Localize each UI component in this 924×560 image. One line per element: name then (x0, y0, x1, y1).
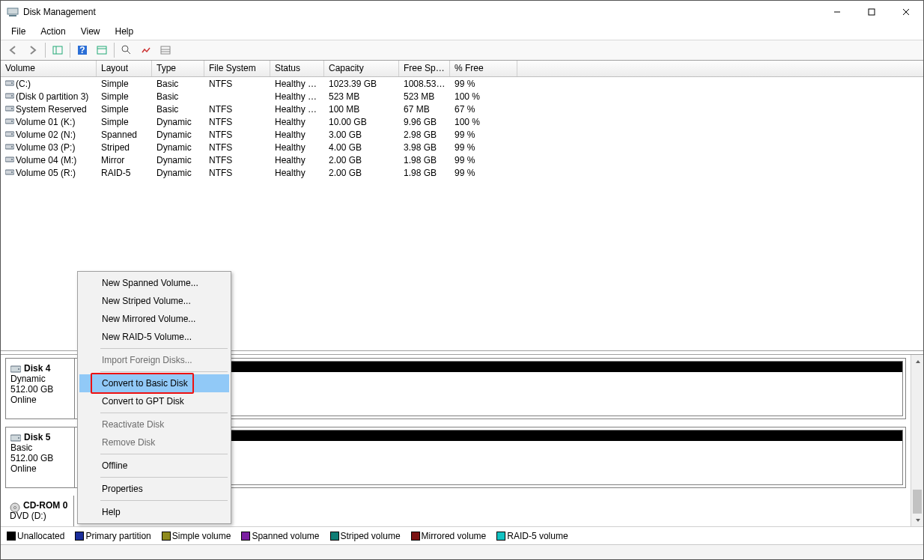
svg-point-34 (18, 368, 19, 370)
context-menu-item[interactable]: New Striped Volume... (79, 292, 229, 310)
volume-pctfree: 100 % (450, 117, 517, 127)
legend-label: Spanned volume (252, 531, 319, 541)
back-button[interactable] (4, 42, 22, 58)
context-menu-item[interactable]: Help (79, 503, 229, 521)
col-free[interactable]: Free Spa... (399, 61, 450, 76)
context-menu-item[interactable]: New RAID-5 Volume... (79, 328, 229, 346)
context-menu-item[interactable]: Convert to Basic Disk (79, 374, 229, 392)
col-volume[interactable]: Volume (1, 61, 97, 76)
volume-row[interactable]: Volume 05 (R:)RAID-5DynamicNTFSHealthy2.… (1, 166, 923, 179)
volume-capacity: 2.00 GB (324, 155, 399, 165)
cd-icon (10, 502, 20, 510)
volume-layout: Simple (97, 117, 152, 127)
col-filesystem[interactable]: File System (204, 61, 270, 76)
menu-bar: File Action View Help (1, 23, 923, 40)
rescan-disks-button[interactable] (137, 42, 155, 58)
svg-rect-29 (5, 157, 14, 162)
legend-item: Unallocated (7, 531, 64, 541)
drive-icon (5, 118, 16, 125)
show-hide-console-tree-button[interactable] (49, 42, 67, 58)
volume-row[interactable]: Volume 01 (K:)SimpleDynamicNTFSHealthy10… (1, 115, 923, 128)
svg-rect-17 (5, 81, 14, 85)
help-button[interactable]: ? (73, 42, 91, 58)
context-menu-item[interactable]: New Spanned Volume... (79, 274, 229, 292)
volume-type: Dynamic (152, 130, 204, 140)
volume-name: Volume 01 (K:) (16, 117, 75, 127)
volume-row[interactable]: Volume 03 (P:)StripedDynamicNTFSHealthy4… (1, 141, 923, 153)
menu-view[interactable]: View (73, 25, 108, 38)
svg-point-24 (11, 121, 13, 122)
volume-row[interactable]: Volume 02 (N:)SpannedDynamicNTFSHealthy3… (1, 128, 923, 141)
volume-filesystem: NTFS (204, 117, 270, 127)
volume-pctfree: 100 % (450, 91, 517, 102)
col-layout[interactable]: Layout (97, 61, 152, 76)
menu-file[interactable]: File (4, 25, 33, 38)
minimize-button[interactable] (820, 1, 854, 23)
volume-capacity: 3.00 GB (324, 130, 399, 140)
volume-filesystem: NTFS (204, 142, 270, 153)
col-pctfree[interactable]: % Free (450, 61, 517, 76)
volume-capacity: 1023.39 GB (324, 79, 399, 89)
drive-icon (5, 105, 16, 112)
context-menu-item[interactable]: Properties (79, 480, 229, 498)
svg-rect-27 (5, 144, 14, 149)
volume-status: Healthy (270, 168, 324, 178)
volume-filesystem: NTFS (204, 130, 270, 140)
column-headers: Volume Layout Type File System Status Ca… (1, 61, 923, 77)
volume-row[interactable]: (Disk 0 partition 3)SimpleBasicHealthy (… (1, 90, 923, 103)
window: Disk Management File Action View Help ? … (0, 0, 924, 560)
list-view-button[interactable] (156, 42, 174, 58)
volume-type: Dynamic (152, 117, 204, 127)
volume-row[interactable]: Volume 04 (M:)MirrorDynamicNTFSHealthy2.… (1, 153, 923, 166)
volume-free: 9.96 GB (399, 117, 450, 127)
col-capacity[interactable]: Capacity (324, 61, 399, 76)
svg-point-30 (11, 159, 13, 160)
legend-label: Striped volume (341, 531, 401, 541)
volume-capacity: 4.00 GB (324, 142, 399, 153)
legend-swatch (7, 532, 16, 541)
col-status[interactable]: Status (270, 61, 324, 76)
disk-icon (10, 365, 21, 373)
context-menu-item[interactable]: Convert to GPT Disk (79, 392, 229, 410)
scroll-down-button[interactable] (911, 514, 923, 526)
svg-rect-23 (5, 119, 14, 124)
svg-text:?: ? (79, 45, 85, 55)
volume-free: 67 MB (399, 104, 450, 115)
window-title: Disk Management (23, 7, 820, 17)
context-menu: New Spanned Volume...New Striped Volume.… (77, 271, 231, 524)
toolbar: ? (1, 40, 923, 61)
settings-button[interactable] (93, 42, 111, 58)
volume-row[interactable]: (C:)SimpleBasicNTFSHealthy (B...1023.39 … (1, 77, 923, 90)
volume-type: Dynamic (152, 142, 204, 153)
legend-item: Primary partition (75, 531, 151, 541)
context-menu-item[interactable]: Offline (79, 457, 229, 475)
toolbar-separator (45, 43, 46, 58)
legend-swatch (162, 532, 171, 541)
volume-free: 3.98 GB (399, 142, 450, 153)
forward-button[interactable] (24, 42, 42, 58)
context-menu-item: Import Foreign Disks... (79, 351, 229, 369)
volume-list[interactable]: (C:)SimpleBasicNTFSHealthy (B...1023.39 … (1, 77, 923, 179)
volume-capacity: 100 MB (324, 104, 399, 115)
svg-point-28 (11, 146, 13, 147)
maximize-button[interactable] (854, 1, 889, 23)
legend-item: RAID-5 volume (496, 531, 568, 541)
vertical-scrollbar[interactable] (911, 355, 923, 526)
context-menu-item[interactable]: New Mirrored Volume... (79, 310, 229, 328)
disk-label: CD-ROM 0DVD (D:)No Media (5, 496, 74, 526)
refresh-button[interactable] (118, 42, 136, 58)
volume-type: Dynamic (152, 155, 204, 165)
menu-help[interactable]: Help (108, 25, 142, 38)
status-bar (1, 544, 923, 559)
volume-status: Healthy (270, 130, 324, 140)
svg-rect-3 (869, 9, 875, 15)
menu-action[interactable]: Action (33, 25, 73, 38)
col-type[interactable]: Type (152, 61, 204, 76)
svg-point-20 (11, 95, 13, 97)
svg-rect-14 (161, 46, 170, 54)
volume-name: System Reserved (16, 104, 87, 115)
scroll-up-button[interactable] (911, 355, 923, 368)
volume-row[interactable]: System ReservedSimpleBasicNTFSHealthy (S… (1, 103, 923, 115)
volume-free: 1.98 GB (399, 168, 450, 178)
close-button[interactable] (889, 1, 923, 23)
